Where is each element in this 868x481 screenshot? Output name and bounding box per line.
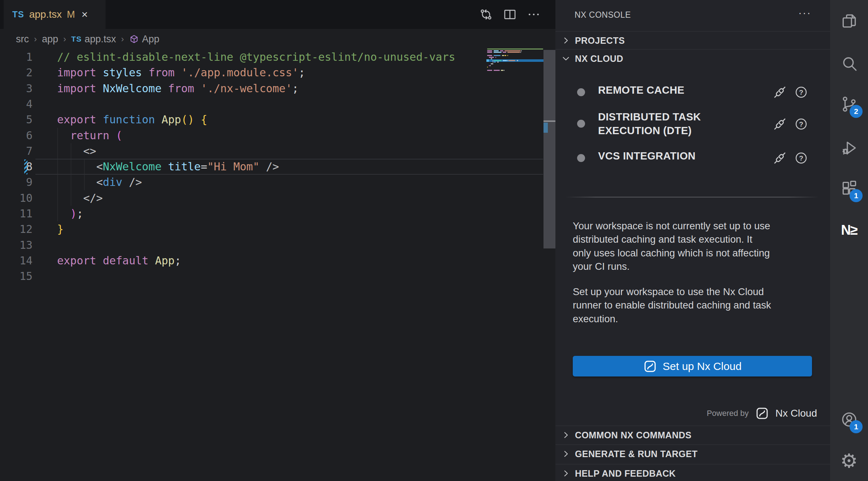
tab-bar: TS app.tsx M ×: [0, 0, 555, 29]
badge: 2: [850, 105, 863, 118]
powered-by-row: Powered by Nx Cloud: [707, 405, 817, 422]
minimap-line: [494, 60, 502, 61]
minimap-line: [507, 60, 508, 61]
breadcrumb-separator: ›: [63, 34, 66, 44]
breadcrumb-item-src[interactable]: src: [16, 34, 29, 45]
editor-line-15[interactable]: 15: [0, 268, 486, 284]
connect-plug-icon[interactable]: [772, 116, 787, 132]
minimap-line: [489, 57, 494, 58]
editor-line-5[interactable]: 5export function App() {: [0, 112, 486, 128]
scrollbar-slider[interactable]: [543, 50, 555, 248]
line-number: 13: [0, 237, 33, 253]
more-actions-icon[interactable]: ···: [798, 7, 811, 19]
editor-line-13[interactable]: 13: [0, 237, 486, 253]
activitybar-files-icon[interactable]: [830, 4, 868, 38]
activitybar-nx-console-icon[interactable]: N≥: [830, 213, 868, 247]
code-text: export function App() {: [57, 112, 207, 128]
editor-line-7[interactable]: 7 <>: [0, 143, 486, 159]
editor-line-2[interactable]: 2import styles from './app.module.css';: [0, 65, 486, 81]
close-icon[interactable]: ×: [81, 9, 88, 20]
minimap-line: [493, 61, 493, 63]
section-generate-run-target[interactable]: GENERATE & RUN TARGET: [555, 444, 830, 463]
line-number: 15: [0, 268, 33, 284]
breadcrumb-label: App: [142, 34, 159, 45]
editor-line-3[interactable]: 3import NxWelcome from './nx-welcome';: [0, 81, 486, 97]
help-question-icon[interactable]: ?: [794, 85, 808, 99]
code-text: import NxWelcome from './nx-welcome';: [57, 81, 298, 97]
code-text: <NxWelcome title="Hi Mom" />: [57, 159, 279, 175]
help-question-icon[interactable]: ?: [794, 151, 808, 165]
minimap-line: [494, 50, 499, 51]
symbol-cube-icon: [129, 34, 139, 44]
code-text: </>: [57, 190, 103, 206]
section-help-and-feedback[interactable]: HELP AND FEEDBACK: [555, 464, 830, 481]
line-number: 1: [0, 49, 33, 65]
tab-app-tsx[interactable]: TS app.tsx M ×: [4, 0, 106, 29]
line-number: 5: [0, 112, 33, 128]
activitybar-run-debug-icon[interactable]: [830, 131, 868, 165]
editor-scrollbar[interactable]: [543, 0, 555, 481]
minimap-line: [491, 63, 493, 64]
cloud-item-remote-cache[interactable]: REMOTE CACHE?: [555, 83, 830, 101]
breadcrumb-item-app[interactable]: app: [42, 34, 58, 45]
editor-line-6[interactable]: 6 return (: [0, 128, 486, 144]
editor-line-11[interactable]: 11 );: [0, 206, 486, 222]
svg-text:?: ?: [799, 120, 803, 128]
tab-label: app.tsx: [29, 9, 62, 20]
activitybar-settings-gear-icon[interactable]: ⚙: [830, 444, 868, 478]
breadcrumb-item-app-tsx[interactable]: TSapp.tsx: [71, 34, 116, 45]
minimap-line: [508, 60, 515, 61]
breadcrumb: src›app›TSapp.tsx›App: [16, 29, 159, 49]
svg-text:?: ?: [799, 89, 803, 96]
minimap-line: [487, 55, 492, 56]
minimap[interactable]: [486, 0, 543, 481]
svg-text:?: ?: [799, 154, 803, 162]
section-common-nx-commands[interactable]: COMMON NX COMMANDS: [555, 426, 830, 444]
activitybar-extensions-icon[interactable]: 1: [830, 171, 868, 206]
connect-plug-icon[interactable]: [772, 150, 787, 166]
connect-plug-icon[interactable]: [772, 85, 787, 100]
section-label: NX CLOUD: [575, 54, 623, 64]
minimap-line: [502, 55, 504, 56]
powered-by-label: Powered by: [707, 409, 749, 418]
activitybar-account-icon[interactable]: 1: [830, 402, 868, 437]
editor-line-12[interactable]: 12}: [0, 221, 486, 237]
cloud-item-label: DISTRIBUTED TASK EXECUTION (DTE): [598, 110, 772, 137]
vscode-window: TS app.tsx M × src›app›TSapp.tsx›App 1//…: [0, 0, 868, 481]
breadcrumb-item-app[interactable]: App: [129, 34, 159, 45]
help-question-icon[interactable]: ?: [794, 117, 808, 131]
editor-line-8[interactable]: 8 <NxWelcome title="Hi Mom" />: [0, 159, 486, 175]
activitybar-source-control-icon[interactable]: 2: [830, 87, 868, 122]
panel-title: NX CONSOLE: [575, 10, 631, 20]
minimap-line: [487, 50, 492, 51]
section-projects[interactable]: PROJECTS: [555, 31, 830, 50]
panel-title-row: NX CONSOLE ···: [555, 0, 830, 31]
editor-line-1[interactable]: 1// eslint-disable-next-line @typescript…: [0, 49, 486, 65]
cloud-item-label: VCS INTEGRATION: [598, 149, 772, 163]
editor-line-4[interactable]: 4: [0, 96, 486, 112]
line-number: 10: [0, 190, 33, 206]
line-number: 11: [0, 206, 33, 222]
section-nx-cloud[interactable]: NX CLOUD: [555, 49, 830, 68]
minimap-line: [494, 70, 500, 71]
section-label: COMMON NX COMMANDS: [575, 430, 691, 440]
minimap-line: [501, 70, 503, 71]
cloud-item-vcs-integration[interactable]: VCS INTEGRATION?: [555, 149, 830, 167]
activity-bar: 21N≥1⚙: [830, 0, 868, 481]
chevron-right-icon: [561, 449, 571, 459]
nx-cloud-brand-label: Nx Cloud: [775, 408, 817, 419]
setup-nx-cloud-button[interactable]: Set up Nx Cloud: [573, 356, 812, 376]
cloud-item-distributed-task[interactable]: DISTRIBUTED TASK EXECUTION (DTE)?: [555, 110, 830, 138]
activitybar-search-icon[interactable]: [830, 46, 868, 81]
editor-line-9[interactable]: 9 <div />: [0, 174, 486, 190]
setup-hint-text: Set up your workspace to use the Nx Clou…: [573, 285, 815, 325]
minimap-line: [497, 61, 499, 63]
badge: 1: [850, 189, 863, 202]
minimap-line: [487, 70, 492, 71]
editor-line-14[interactable]: 14export default App;: [0, 253, 486, 269]
editor-line-10[interactable]: 10 </>: [0, 190, 486, 206]
section-label: GENERATE & RUN TARGET: [575, 449, 697, 459]
git-modified-badge: M: [67, 9, 75, 20]
minimap-line: [504, 70, 504, 71]
minimap-line: [500, 50, 503, 51]
